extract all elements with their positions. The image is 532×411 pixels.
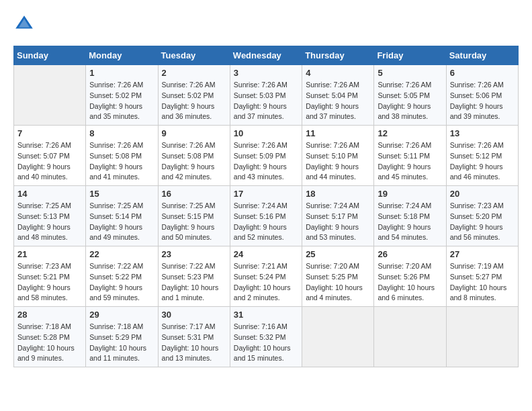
day-number: 25 xyxy=(306,249,370,259)
day-number: 22 xyxy=(89,249,154,259)
day-info: Sunrise: 7:24 AMSunset: 5:16 PMDaylight:… xyxy=(234,201,298,243)
day-number: 21 xyxy=(17,249,82,259)
calendar-cell: 2 Sunrise: 7:26 AMSunset: 5:02 PMDayligh… xyxy=(158,65,230,126)
day-number: 1 xyxy=(89,68,154,78)
calendar-cell xyxy=(302,307,374,367)
day-number: 3 xyxy=(234,68,298,78)
day-number: 10 xyxy=(234,128,298,138)
calendar-cell: 28 Sunrise: 7:18 AMSunset: 5:28 PMDaylig… xyxy=(14,307,86,367)
day-number: 14 xyxy=(17,189,82,199)
day-info: Sunrise: 7:26 AMSunset: 5:04 PMDaylight:… xyxy=(306,80,370,122)
day-info: Sunrise: 7:26 AMSunset: 5:10 PMDaylight:… xyxy=(306,140,370,183)
weekday-header: Sunday xyxy=(14,46,86,65)
day-number: 20 xyxy=(450,189,515,199)
calendar-cell: 4 Sunrise: 7:26 AMSunset: 5:04 PMDayligh… xyxy=(302,65,374,126)
day-number: 24 xyxy=(234,249,298,259)
calendar-cell: 12 Sunrise: 7:26 AMSunset: 5:11 PMDaylig… xyxy=(374,126,446,186)
logo xyxy=(13,13,38,35)
calendar-cell: 16 Sunrise: 7:25 AMSunset: 5:15 PMDaylig… xyxy=(158,186,230,246)
calendar-cell: 26 Sunrise: 7:20 AMSunset: 5:26 PMDaylig… xyxy=(374,246,446,307)
calendar-week-row: 28 Sunrise: 7:18 AMSunset: 5:28 PMDaylig… xyxy=(14,307,519,367)
day-number: 30 xyxy=(162,310,226,320)
day-number: 28 xyxy=(17,310,82,320)
calendar-cell: 8 Sunrise: 7:26 AMSunset: 5:08 PMDayligh… xyxy=(86,126,158,186)
calendar-cell: 21 Sunrise: 7:23 AMSunset: 5:21 PMDaylig… xyxy=(14,246,86,307)
day-number: 18 xyxy=(306,189,370,199)
day-info: Sunrise: 7:23 AMSunset: 5:20 PMDaylight:… xyxy=(450,201,515,243)
day-number: 31 xyxy=(234,310,298,320)
calendar-cell: 30 Sunrise: 7:17 AMSunset: 5:31 PMDaylig… xyxy=(158,307,230,367)
calendar-cell: 14 Sunrise: 7:25 AMSunset: 5:13 PMDaylig… xyxy=(14,186,86,246)
day-number: 29 xyxy=(89,310,154,320)
calendar-cell: 24 Sunrise: 7:21 AMSunset: 5:24 PMDaylig… xyxy=(230,246,302,307)
calendar-week-row: 21 Sunrise: 7:23 AMSunset: 5:21 PMDaylig… xyxy=(14,246,519,307)
calendar-cell: 20 Sunrise: 7:23 AMSunset: 5:20 PMDaylig… xyxy=(446,186,518,246)
day-number: 11 xyxy=(306,128,370,138)
weekday-header: Wednesday xyxy=(230,46,302,65)
day-number: 17 xyxy=(234,189,298,199)
day-info: Sunrise: 7:26 AMSunset: 5:08 PMDaylight:… xyxy=(89,140,154,183)
day-number: 5 xyxy=(378,68,442,78)
calendar-cell: 7 Sunrise: 7:26 AMSunset: 5:07 PMDayligh… xyxy=(14,126,86,186)
day-number: 6 xyxy=(450,68,515,78)
calendar-week-row: 14 Sunrise: 7:25 AMSunset: 5:13 PMDaylig… xyxy=(14,186,519,246)
calendar-cell xyxy=(374,307,446,367)
day-info: Sunrise: 7:26 AMSunset: 5:05 PMDaylight:… xyxy=(378,80,442,122)
calendar-cell: 13 Sunrise: 7:26 AMSunset: 5:12 PMDaylig… xyxy=(446,126,518,186)
day-info: Sunrise: 7:23 AMSunset: 5:21 PMDaylight:… xyxy=(17,261,82,304)
day-info: Sunrise: 7:26 AMSunset: 5:08 PMDaylight:… xyxy=(162,140,226,183)
day-number: 8 xyxy=(89,128,154,138)
calendar-cell: 5 Sunrise: 7:26 AMSunset: 5:05 PMDayligh… xyxy=(374,65,446,126)
calendar-cell: 11 Sunrise: 7:26 AMSunset: 5:10 PMDaylig… xyxy=(302,126,374,186)
weekday-header: Monday xyxy=(86,46,158,65)
calendar-cell: 10 Sunrise: 7:26 AMSunset: 5:09 PMDaylig… xyxy=(230,126,302,186)
day-info: Sunrise: 7:20 AMSunset: 5:26 PMDaylight:… xyxy=(378,261,442,304)
day-info: Sunrise: 7:26 AMSunset: 5:09 PMDaylight:… xyxy=(234,140,298,183)
calendar-cell: 27 Sunrise: 7:19 AMSunset: 5:27 PMDaylig… xyxy=(446,246,518,307)
calendar-cell xyxy=(14,65,86,126)
day-number: 9 xyxy=(162,128,226,138)
day-info: Sunrise: 7:21 AMSunset: 5:24 PMDaylight:… xyxy=(234,261,298,304)
calendar-cell xyxy=(446,307,518,367)
weekday-header: Tuesday xyxy=(158,46,230,65)
day-number: 7 xyxy=(17,128,82,138)
calendar-cell: 19 Sunrise: 7:24 AMSunset: 5:18 PMDaylig… xyxy=(374,186,446,246)
day-number: 19 xyxy=(378,189,442,199)
header-row: SundayMondayTuesdayWednesdayThursdayFrid… xyxy=(14,46,519,65)
day-info: Sunrise: 7:16 AMSunset: 5:32 PMDaylight:… xyxy=(234,322,298,364)
day-number: 27 xyxy=(450,249,515,259)
calendar-cell: 31 Sunrise: 7:16 AMSunset: 5:32 PMDaylig… xyxy=(230,307,302,367)
day-info: Sunrise: 7:26 AMSunset: 5:02 PMDaylight:… xyxy=(89,80,154,122)
day-info: Sunrise: 7:25 AMSunset: 5:15 PMDaylight:… xyxy=(162,201,226,243)
day-info: Sunrise: 7:24 AMSunset: 5:17 PMDaylight:… xyxy=(306,201,370,243)
page-header xyxy=(13,13,519,35)
day-info: Sunrise: 7:26 AMSunset: 5:02 PMDaylight:… xyxy=(162,80,226,122)
calendar-cell: 22 Sunrise: 7:22 AMSunset: 5:22 PMDaylig… xyxy=(86,246,158,307)
calendar-cell: 18 Sunrise: 7:24 AMSunset: 5:17 PMDaylig… xyxy=(302,186,374,246)
day-info: Sunrise: 7:24 AMSunset: 5:18 PMDaylight:… xyxy=(378,201,442,243)
day-info: Sunrise: 7:26 AMSunset: 5:07 PMDaylight:… xyxy=(17,140,82,183)
day-info: Sunrise: 7:22 AMSunset: 5:22 PMDaylight:… xyxy=(89,261,154,304)
day-info: Sunrise: 7:18 AMSunset: 5:28 PMDaylight:… xyxy=(17,322,82,364)
weekday-header: Saturday xyxy=(446,46,518,65)
calendar-week-row: 1 Sunrise: 7:26 AMSunset: 5:02 PMDayligh… xyxy=(14,65,519,126)
day-number: 13 xyxy=(450,128,515,138)
calendar-week-row: 7 Sunrise: 7:26 AMSunset: 5:07 PMDayligh… xyxy=(14,126,519,186)
logo-icon xyxy=(13,13,35,35)
day-info: Sunrise: 7:19 AMSunset: 5:27 PMDaylight:… xyxy=(450,261,515,304)
day-number: 4 xyxy=(306,68,370,78)
day-info: Sunrise: 7:17 AMSunset: 5:31 PMDaylight:… xyxy=(162,322,226,364)
day-number: 12 xyxy=(378,128,442,138)
day-info: Sunrise: 7:25 AMSunset: 5:14 PMDaylight:… xyxy=(89,201,154,243)
day-number: 23 xyxy=(162,249,226,259)
calendar-cell: 15 Sunrise: 7:25 AMSunset: 5:14 PMDaylig… xyxy=(86,186,158,246)
calendar-cell: 23 Sunrise: 7:22 AMSunset: 5:23 PMDaylig… xyxy=(158,246,230,307)
day-number: 15 xyxy=(89,189,154,199)
calendar-cell: 3 Sunrise: 7:26 AMSunset: 5:03 PMDayligh… xyxy=(230,65,302,126)
day-number: 26 xyxy=(378,249,442,259)
calendar-cell: 6 Sunrise: 7:26 AMSunset: 5:06 PMDayligh… xyxy=(446,65,518,126)
day-info: Sunrise: 7:26 AMSunset: 5:12 PMDaylight:… xyxy=(450,140,515,183)
calendar-cell: 17 Sunrise: 7:24 AMSunset: 5:16 PMDaylig… xyxy=(230,186,302,246)
day-info: Sunrise: 7:26 AMSunset: 5:06 PMDaylight:… xyxy=(450,80,515,122)
day-number: 2 xyxy=(162,68,226,78)
